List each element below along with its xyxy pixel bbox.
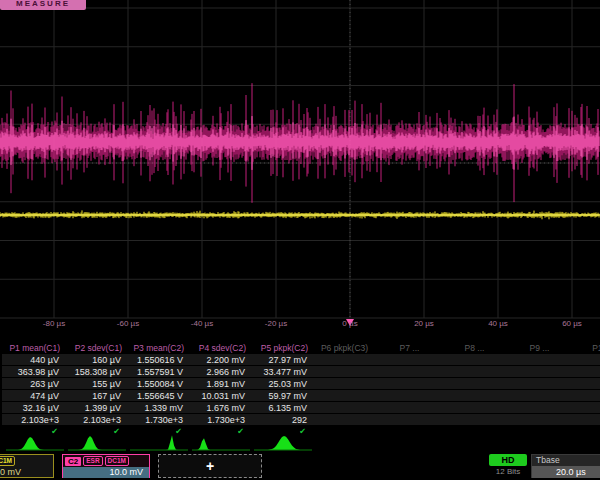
- c1-coupling-badge: DC1M: [0, 456, 15, 466]
- time-axis-tick-label: 40 µs: [488, 319, 508, 328]
- histicon-row: [0, 434, 600, 452]
- measure-value: 1.556645 V: [126, 391, 188, 401]
- measure-row-mean: 363.98 µV158.308 µV1.557591 V2.966 mV33.…: [2, 366, 600, 377]
- measure-value: 155 µV: [64, 379, 126, 389]
- measure-value: 2.103e+3: [64, 415, 126, 425]
- oscilloscope-screen: MEASURE -100 µs-80 µs-60 µs-40 µs-20 µs0…: [0, 0, 600, 480]
- measure-value: 2.200 mV: [188, 355, 250, 365]
- param-header-p10[interactable]: P10 ...: [572, 343, 600, 353]
- measure-value: 1.730e+3: [126, 415, 188, 425]
- measure-value: 2.966 mV: [188, 367, 250, 377]
- measure-value: 363.98 µV: [2, 367, 64, 377]
- measure-value: 27.97 mV: [250, 355, 312, 365]
- measure-row-max: 474 µV167 µV1.556645 V10.031 mV59.97 mV: [2, 390, 600, 401]
- channel-descriptor-c1[interactable]: C1 DC1M 10.0 mV: [0, 454, 54, 478]
- time-axis: -100 µs-80 µs-60 µs-40 µs-20 µs0 µs20 µs…: [0, 319, 600, 331]
- measure-value: 440 µV: [2, 355, 64, 365]
- measure-value: 1.339 mV: [126, 403, 188, 413]
- param-header-p7[interactable]: P7 ...: [377, 343, 442, 353]
- hd-bits-label: 12 Bits: [489, 467, 527, 477]
- param-header-p1[interactable]: P1 mean(C1): [2, 343, 64, 353]
- c1-waveform-center: [0, 214, 600, 215]
- histicon-p2: [68, 434, 126, 451]
- c2-esr-badge: ESR: [83, 456, 102, 466]
- measure-value: 59.97 mV: [250, 391, 312, 401]
- measure-value: 25.03 mV: [250, 379, 312, 389]
- measure-value: 6.135 mV: [250, 403, 312, 413]
- time-axis-tick-label: -80 µs: [43, 319, 65, 328]
- c2-scale: 10.0 mV: [63, 467, 149, 478]
- time-axis-tick-label: -20 µs: [265, 319, 287, 328]
- measure-value: 1.399 µV: [64, 403, 126, 413]
- channel-descriptor-c2[interactable]: C2 ESR DC1M 10.0 mV: [62, 454, 150, 478]
- measure-value: 33.477 mV: [250, 367, 312, 377]
- histicon-p5: [254, 434, 312, 451]
- measure-value: 10.031 mV: [188, 391, 250, 401]
- status-badge: MEASURE: [0, 0, 86, 10]
- param-header-p6[interactable]: P6 pkpk(C3): [312, 343, 377, 353]
- param-header-p4[interactable]: P4 sdev(C2): [188, 343, 250, 353]
- measure-value: 1.550616 V: [126, 355, 188, 365]
- param-header-p5[interactable]: P5 pkpk(C2): [250, 343, 312, 353]
- histicon-p4: [192, 434, 250, 451]
- param-header-p3[interactable]: P3 mean(C2): [126, 343, 188, 353]
- timebase-title: Tbase: [532, 455, 600, 466]
- measure-value: 263 µV: [2, 379, 64, 389]
- param-header-p9[interactable]: P9 ...: [507, 343, 572, 353]
- measure-value: 1.891 mV: [188, 379, 250, 389]
- param-header-p2[interactable]: P2 sdev(C1): [64, 343, 126, 353]
- waveform-display[interactable]: [0, 0, 600, 332]
- histicon-p1: [6, 434, 64, 451]
- measure-value: 2.103e+3: [2, 415, 64, 425]
- measure-table: P1 mean(C1)P2 sdev(C1)P3 mean(C2)P4 sdev…: [2, 341, 600, 436]
- measure-row-value: 440 µV160 µV1.550616 V2.200 mV27.97 mV: [2, 354, 600, 365]
- measure-row-min: 263 µV155 µV1.550084 V1.891 mV25.03 mV: [2, 378, 600, 389]
- c2-label: C2: [65, 457, 81, 466]
- hd-mode-badge[interactable]: HD: [489, 454, 527, 466]
- timebase-value: 20.0 µs: [532, 466, 600, 478]
- time-axis-tick-label: 20 µs: [414, 319, 434, 328]
- time-axis-tick-label: 60 µs: [562, 319, 582, 328]
- measure-value: 474 µV: [2, 391, 64, 401]
- measure-value: 292: [250, 415, 312, 425]
- measure-value: 158.308 µV: [64, 367, 126, 377]
- timebase-descriptor[interactable]: Tbase 20.0 µs: [531, 454, 600, 478]
- measure-value: 160 µV: [64, 355, 126, 365]
- add-trace-button[interactable]: +: [158, 454, 262, 478]
- measure-value: 1.676 mV: [188, 403, 250, 413]
- c1-scale: 10.0 mV: [0, 467, 53, 478]
- measure-value: 1.730e+3: [188, 415, 250, 425]
- measure-value: 167 µV: [64, 391, 126, 401]
- measure-value: 32.16 µV: [2, 403, 64, 413]
- c2-coupling-badge: DC1M: [105, 456, 129, 466]
- time-axis-tick-label: -60 µs: [117, 319, 139, 328]
- measure-value: 1.557591 V: [126, 367, 188, 377]
- measure-row-num: 2.103e+32.103e+31.730e+31.730e+3292: [2, 414, 600, 425]
- histicon-p3: [130, 434, 188, 451]
- measure-row-sdev: 32.16 µV1.399 µV1.339 mV1.676 mV6.135 mV: [2, 402, 600, 413]
- param-header-p8[interactable]: P8 ...: [442, 343, 507, 353]
- time-axis-tick-label: 0 µs: [342, 319, 357, 328]
- measure-value: 1.550084 V: [126, 379, 188, 389]
- time-axis-tick-label: -40 µs: [191, 319, 213, 328]
